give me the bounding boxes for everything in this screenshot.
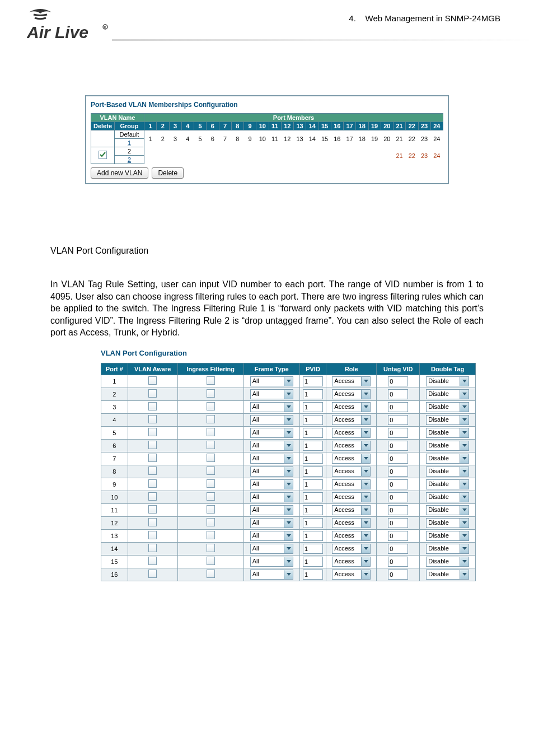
untag-cell[interactable] (377, 491, 420, 503)
vlan-aware-checkbox[interactable] (128, 542, 177, 555)
untag-cell[interactable] (377, 555, 420, 568)
pvid-input[interactable] (303, 492, 323, 502)
frame-type-select[interactable]: All (243, 375, 299, 388)
pvid-input[interactable] (303, 505, 323, 515)
pvid-input[interactable] (303, 557, 323, 567)
pvid-input[interactable] (303, 531, 323, 541)
vlan-aware-checkbox[interactable] (128, 491, 177, 503)
pvid-input[interactable] (303, 389, 323, 399)
pvid-cell[interactable] (299, 491, 326, 503)
role-select[interactable]: Access (326, 375, 377, 388)
untag-input[interactable] (388, 518, 408, 528)
untag-cell[interactable] (377, 413, 420, 426)
vlan-link-2[interactable]: 2 (115, 156, 144, 164)
ingress-filtering-checkbox[interactable] (177, 516, 243, 529)
role-select[interactable]: Access (326, 400, 377, 413)
untag-cell[interactable] (377, 375, 420, 388)
ingress-filtering-checkbox[interactable] (177, 426, 243, 439)
vlan-aware-checkbox[interactable] (128, 529, 177, 542)
vlan-aware-checkbox[interactable] (128, 439, 177, 452)
role-select[interactable]: Access (326, 388, 377, 400)
vlan-aware-checkbox[interactable] (128, 400, 177, 413)
ingress-filtering-checkbox[interactable] (177, 542, 243, 555)
vlan-aware-checkbox[interactable] (128, 452, 177, 465)
ingress-filtering-checkbox[interactable] (177, 375, 243, 388)
pvid-input[interactable] (303, 518, 323, 528)
pvid-input[interactable] (303, 544, 323, 554)
role-select[interactable]: Access (326, 452, 377, 465)
pvid-cell[interactable] (299, 542, 326, 555)
pvid-cell[interactable] (299, 413, 326, 426)
pvid-cell[interactable] (299, 555, 326, 568)
ingress-filtering-checkbox[interactable] (177, 452, 243, 465)
double-tag-select[interactable]: Disable (420, 426, 476, 439)
add-vlan-button[interactable]: Add new VLAN (91, 167, 148, 179)
role-select[interactable]: Access (326, 503, 377, 516)
untag-input[interactable] (388, 505, 408, 515)
double-tag-select[interactable]: Disable (420, 555, 476, 568)
untag-cell[interactable] (377, 400, 420, 413)
untag-input[interactable] (388, 531, 408, 541)
double-tag-select[interactable]: Disable (420, 478, 476, 491)
ingress-filtering-checkbox[interactable] (177, 491, 243, 503)
role-select[interactable]: Access (326, 542, 377, 555)
ingress-filtering-checkbox[interactable] (177, 568, 243, 581)
pvid-cell[interactable] (299, 529, 326, 542)
frame-type-select[interactable]: All (243, 413, 299, 426)
vlan-aware-checkbox[interactable] (128, 388, 177, 400)
role-select[interactable]: Access (326, 413, 377, 426)
pvid-input[interactable] (303, 428, 323, 438)
pvid-input[interactable] (303, 415, 323, 425)
pvid-input[interactable] (303, 479, 323, 489)
pvid-cell[interactable] (299, 388, 326, 400)
ingress-filtering-checkbox[interactable] (177, 503, 243, 516)
untag-input[interactable] (388, 492, 408, 502)
frame-type-select[interactable]: All (243, 439, 299, 452)
frame-type-select[interactable]: All (243, 388, 299, 400)
double-tag-select[interactable]: Disable (420, 400, 476, 413)
ingress-filtering-checkbox[interactable] (177, 555, 243, 568)
untag-input[interactable] (388, 428, 408, 438)
untag-input[interactable] (388, 557, 408, 567)
delete-cell-2[interactable] (91, 147, 115, 164)
ingress-filtering-checkbox[interactable] (177, 388, 243, 400)
pvid-cell[interactable] (299, 516, 326, 529)
untag-cell[interactable] (377, 542, 420, 555)
untag-input[interactable] (388, 402, 408, 412)
untag-input[interactable] (388, 479, 408, 489)
role-select[interactable]: Access (326, 478, 377, 491)
frame-type-select[interactable]: All (243, 400, 299, 413)
ingress-filtering-checkbox[interactable] (177, 529, 243, 542)
vlan-aware-checkbox[interactable] (128, 426, 177, 439)
double-tag-select[interactable]: Disable (420, 375, 476, 388)
pvid-cell[interactable] (299, 478, 326, 491)
double-tag-select[interactable]: Disable (420, 413, 476, 426)
frame-type-select[interactable]: All (243, 542, 299, 555)
untag-cell[interactable] (377, 465, 420, 478)
role-select[interactable]: Access (326, 426, 377, 439)
pvid-cell[interactable] (299, 400, 326, 413)
frame-type-select[interactable]: All (243, 478, 299, 491)
untag-input[interactable] (388, 466, 408, 477)
frame-type-select[interactable]: All (243, 426, 299, 439)
untag-input[interactable] (388, 389, 408, 399)
untag-input[interactable] (388, 415, 408, 425)
frame-type-select[interactable]: All (243, 568, 299, 581)
untag-cell[interactable] (377, 503, 420, 516)
untag-cell[interactable] (377, 529, 420, 542)
pvid-input[interactable] (303, 570, 323, 580)
frame-type-select[interactable]: All (243, 465, 299, 478)
vlan-aware-checkbox[interactable] (128, 413, 177, 426)
ingress-filtering-checkbox[interactable] (177, 478, 243, 491)
role-select[interactable]: Access (326, 516, 377, 529)
role-select[interactable]: Access (326, 491, 377, 503)
delete-button[interactable]: Delete (152, 167, 184, 179)
untag-input[interactable] (388, 454, 408, 464)
pvid-input[interactable] (303, 441, 323, 451)
double-tag-select[interactable]: Disable (420, 503, 476, 516)
untag-input[interactable] (388, 441, 408, 451)
pvid-input[interactable] (303, 376, 323, 386)
untag-cell[interactable] (377, 388, 420, 400)
pvid-input[interactable] (303, 454, 323, 464)
role-select[interactable]: Access (326, 568, 377, 581)
